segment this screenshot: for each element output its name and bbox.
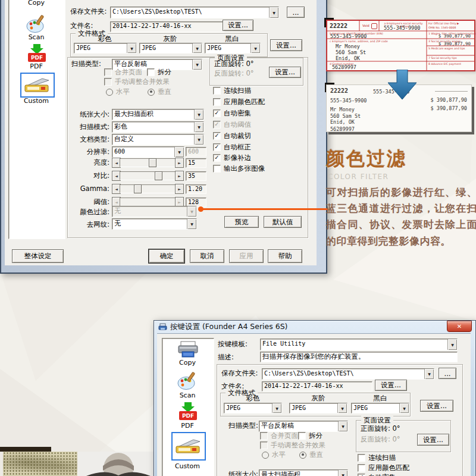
defaults-button[interactable]: 默认值 [264, 216, 302, 228]
color-filter-combo[interactable]: 无 ▼ [112, 206, 197, 217]
filename-settings-button[interactable]: 设置... [375, 380, 407, 391]
format-gray-combo[interactable]: JPEG ▼ [289, 403, 347, 414]
browse-button[interactable]: ... [439, 368, 456, 379]
radio-dot[interactable] [299, 452, 306, 459]
edge-fill-checkbox[interactable]: ✓影像补边 [213, 154, 251, 162]
checkbox-box[interactable] [260, 441, 268, 449]
brightness-thumb[interactable] [149, 158, 156, 167]
radio-dot[interactable] [106, 89, 113, 96]
pdf-arrow-icon[interactable] [33, 44, 40, 48]
browse-button[interactable]: ... [287, 7, 305, 18]
contrast-track[interactable] [120, 171, 176, 180]
auto-crop-checkbox[interactable]: ✓自动裁切 [213, 132, 251, 140]
chevron-down-icon[interactable]: ▼ [337, 403, 347, 413]
sidebar-item-pdf-label[interactable]: PDF [8, 62, 64, 70]
horizontal-radio[interactable]: 水平 [106, 87, 130, 96]
format-settings-button[interactable]: 设置... [420, 400, 453, 412]
chevron-down-icon[interactable]: ▼ [192, 60, 202, 70]
format-color-combo[interactable]: JPEG ▼ [224, 403, 282, 414]
preview-button[interactable]: 预览 [224, 216, 259, 228]
chevron-down-icon[interactable]: ▼ [194, 109, 203, 120]
contrast-right-arrow[interactable]: ► [175, 171, 184, 181]
checkbox-box[interactable]: ✓ [213, 154, 221, 162]
checkbox-box[interactable] [104, 68, 112, 76]
manual-merge-checkbox[interactable]: 手动调整合并效果 [260, 441, 325, 449]
sidebar-item-pdf-label[interactable]: PDF [159, 422, 215, 430]
ok-button[interactable]: 确定 [149, 249, 184, 263]
gamma-value[interactable]: 1.20 [186, 184, 206, 194]
gamma-right-arrow[interactable]: ► [175, 184, 184, 194]
manual-merge-checkbox[interactable]: 手动调整合并效果 [104, 78, 170, 86]
multi-image-checkbox[interactable]: 输出多张图像 [213, 165, 265, 173]
chevron-down-icon[interactable]: ▼ [399, 403, 409, 413]
chevron-down-icon[interactable]: ▼ [127, 43, 136, 53]
palette-icon[interactable] [26, 14, 46, 33]
chevron-down-icon[interactable]: ▼ [187, 219, 196, 229]
sidebar-item-custom-label[interactable]: Custom [8, 97, 64, 105]
color-match-checkbox[interactable]: 应用颜色匹配 [213, 98, 265, 106]
scanner-icon[interactable] [174, 437, 202, 455]
brightness-right-arrow[interactable]: ► [175, 158, 184, 168]
checkbox-box[interactable] [104, 78, 112, 86]
checkbox-box[interactable]: ✓ [213, 109, 221, 117]
checkbox-box[interactable] [213, 98, 221, 106]
checkbox-box[interactable] [213, 87, 221, 95]
doc-type-combo[interactable]: 自定义 ▼ [112, 134, 204, 145]
format-color-combo[interactable]: JPEG ▼ [74, 43, 137, 54]
help-button[interactable]: 帮助 [268, 249, 302, 263]
chevron-down-icon[interactable]: ▼ [174, 147, 184, 157]
merge-pages-checkbox[interactable]: 合并页面 [260, 432, 298, 440]
sidebar-item-copy-label[interactable]: Copy [8, 0, 64, 7]
filename-field[interactable]: 2014-12-22-17-40-16-xx [110, 21, 224, 32]
descreen-combo[interactable]: 无 ▼ [112, 218, 197, 230]
gamma-track[interactable] [120, 184, 176, 193]
pdf-badge-icon[interactable]: PDF [28, 53, 46, 62]
radio-dot[interactable] [262, 452, 269, 459]
vertical-radio[interactable]: 垂直 [299, 450, 323, 459]
chevron-down-icon[interactable]: ▼ [447, 339, 457, 350]
scan-mode-combo[interactable]: 彩色 ▼ [112, 121, 204, 133]
format-bw-combo[interactable]: JPEG ▼ [351, 403, 409, 414]
color-match-checkbox[interactable]: 应用颜色匹配 [358, 464, 409, 472]
chevron-down-icon[interactable]: ▼ [192, 43, 202, 53]
checkbox-box[interactable] [298, 432, 306, 440]
checkbox-box[interactable]: ✓ [213, 132, 221, 140]
sidebar-item-copy-label[interactable]: Copy [159, 359, 215, 367]
chevron-down-icon[interactable]: ▼ [250, 43, 260, 53]
save-folder-combo[interactable]: C:\Users\ZS\Desktop\TEST\ ▼ [110, 7, 279, 18]
checkbox-box[interactable] [213, 165, 221, 173]
split-checkbox[interactable]: 拆分 [147, 68, 171, 76]
auto-threshold-checkbox[interactable]: ✓自动阈值 [213, 121, 251, 129]
chevron-down-icon[interactable]: ▼ [269, 7, 278, 18]
vertical-radio[interactable]: 垂直 [148, 87, 171, 96]
contrast-value[interactable]: 35 [186, 171, 206, 181]
filename-field[interactable]: 2014-12-22-17-40-16-xx [262, 381, 372, 392]
checkbox-box[interactable]: ✓ [213, 143, 221, 151]
checkbox-box[interactable] [260, 432, 268, 440]
continuous-scan-checkbox[interactable]: 连续扫描 [358, 454, 396, 462]
sidebar-item-scan-label[interactable]: Scan [8, 33, 64, 41]
chevron-down-icon[interactable]: ▼ [338, 421, 347, 431]
checkbox-box[interactable]: ✓ [358, 474, 365, 476]
key-template-combo[interactable]: File Utility ▼ [260, 339, 458, 350]
checkbox-box[interactable]: ✓ [213, 121, 221, 129]
merge-pages-checkbox[interactable]: 合并页面 [104, 68, 142, 76]
resolution-combo[interactable]: 600 ▼ [112, 146, 184, 158]
gamma-thumb[interactable] [134, 184, 142, 193]
auto-density-checkbox[interactable]: ✓自动密集 [358, 474, 396, 476]
checkbox-box[interactable] [147, 68, 155, 76]
checkbox-box[interactable] [358, 464, 365, 472]
format-gray-combo[interactable]: JPEG ▼ [139, 43, 202, 54]
format-settings-button[interactable]: 设置... [270, 39, 302, 51]
pdf-arrow-icon[interactable] [184, 402, 192, 406]
checkbox-box[interactable] [358, 454, 365, 462]
cancel-button[interactable]: 取消 [190, 249, 224, 263]
close-button[interactable]: ✕ [447, 321, 472, 332]
sidebar-item-custom-label[interactable]: Custom [159, 462, 215, 470]
brightness-track[interactable] [120, 158, 176, 167]
split-checkbox[interactable]: 拆分 [298, 432, 322, 440]
chevron-down-icon[interactable]: ▼ [338, 470, 347, 476]
description-field[interactable]: 扫描并保存图像到您的存贮装置。 [260, 352, 458, 362]
continuous-scan-checkbox[interactable]: 连续扫描 [213, 87, 251, 95]
palette-icon[interactable] [177, 371, 198, 390]
